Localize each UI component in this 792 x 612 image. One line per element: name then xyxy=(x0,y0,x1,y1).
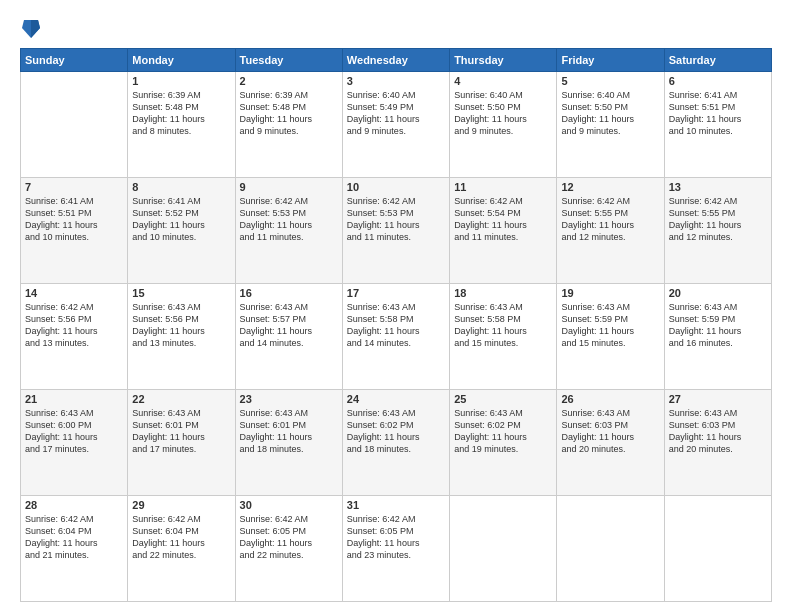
day-number: 20 xyxy=(669,287,767,299)
calendar-cell: 6Sunrise: 6:41 AM Sunset: 5:51 PM Daylig… xyxy=(664,72,771,178)
calendar-cell: 21Sunrise: 6:43 AM Sunset: 6:00 PM Dayli… xyxy=(21,390,128,496)
day-number: 18 xyxy=(454,287,552,299)
calendar-header-row: SundayMondayTuesdayWednesdayThursdayFrid… xyxy=(21,49,772,72)
day-info: Sunrise: 6:43 AM Sunset: 6:03 PM Dayligh… xyxy=(561,407,659,456)
calendar-cell: 26Sunrise: 6:43 AM Sunset: 6:03 PM Dayli… xyxy=(557,390,664,496)
calendar-cell: 15Sunrise: 6:43 AM Sunset: 5:56 PM Dayli… xyxy=(128,284,235,390)
day-number: 28 xyxy=(25,499,123,511)
calendar-table: SundayMondayTuesdayWednesdayThursdayFrid… xyxy=(20,48,772,602)
day-info: Sunrise: 6:42 AM Sunset: 5:53 PM Dayligh… xyxy=(347,195,445,244)
calendar-cell xyxy=(450,496,557,602)
calendar-header-sunday: Sunday xyxy=(21,49,128,72)
day-info: Sunrise: 6:42 AM Sunset: 6:04 PM Dayligh… xyxy=(132,513,230,562)
day-number: 4 xyxy=(454,75,552,87)
day-number: 22 xyxy=(132,393,230,405)
calendar-cell: 12Sunrise: 6:42 AM Sunset: 5:55 PM Dayli… xyxy=(557,178,664,284)
day-number: 3 xyxy=(347,75,445,87)
day-number: 23 xyxy=(240,393,338,405)
calendar-cell: 1Sunrise: 6:39 AM Sunset: 5:48 PM Daylig… xyxy=(128,72,235,178)
calendar-cell: 16Sunrise: 6:43 AM Sunset: 5:57 PM Dayli… xyxy=(235,284,342,390)
calendar-header-tuesday: Tuesday xyxy=(235,49,342,72)
calendar-cell: 7Sunrise: 6:41 AM Sunset: 5:51 PM Daylig… xyxy=(21,178,128,284)
calendar-week-row: 1Sunrise: 6:39 AM Sunset: 5:48 PM Daylig… xyxy=(21,72,772,178)
calendar-week-row: 14Sunrise: 6:42 AM Sunset: 5:56 PM Dayli… xyxy=(21,284,772,390)
calendar-cell: 25Sunrise: 6:43 AM Sunset: 6:02 PM Dayli… xyxy=(450,390,557,496)
day-number: 11 xyxy=(454,181,552,193)
day-info: Sunrise: 6:43 AM Sunset: 5:58 PM Dayligh… xyxy=(454,301,552,350)
day-number: 19 xyxy=(561,287,659,299)
day-info: Sunrise: 6:42 AM Sunset: 6:05 PM Dayligh… xyxy=(240,513,338,562)
calendar-cell: 10Sunrise: 6:42 AM Sunset: 5:53 PM Dayli… xyxy=(342,178,449,284)
svg-marker-1 xyxy=(31,20,40,38)
calendar-header-monday: Monday xyxy=(128,49,235,72)
day-info: Sunrise: 6:43 AM Sunset: 6:01 PM Dayligh… xyxy=(132,407,230,456)
calendar-cell: 27Sunrise: 6:43 AM Sunset: 6:03 PM Dayli… xyxy=(664,390,771,496)
calendar-cell: 2Sunrise: 6:39 AM Sunset: 5:48 PM Daylig… xyxy=(235,72,342,178)
day-info: Sunrise: 6:39 AM Sunset: 5:48 PM Dayligh… xyxy=(132,89,230,138)
day-number: 15 xyxy=(132,287,230,299)
page: SundayMondayTuesdayWednesdayThursdayFrid… xyxy=(0,0,792,612)
calendar-cell: 24Sunrise: 6:43 AM Sunset: 6:02 PM Dayli… xyxy=(342,390,449,496)
calendar-header-wednesday: Wednesday xyxy=(342,49,449,72)
day-number: 5 xyxy=(561,75,659,87)
calendar-week-row: 21Sunrise: 6:43 AM Sunset: 6:00 PM Dayli… xyxy=(21,390,772,496)
calendar-cell: 20Sunrise: 6:43 AM Sunset: 5:59 PM Dayli… xyxy=(664,284,771,390)
day-number: 7 xyxy=(25,181,123,193)
day-number: 30 xyxy=(240,499,338,511)
day-info: Sunrise: 6:40 AM Sunset: 5:50 PM Dayligh… xyxy=(561,89,659,138)
day-number: 24 xyxy=(347,393,445,405)
day-info: Sunrise: 6:40 AM Sunset: 5:50 PM Dayligh… xyxy=(454,89,552,138)
day-info: Sunrise: 6:43 AM Sunset: 6:01 PM Dayligh… xyxy=(240,407,338,456)
logo xyxy=(20,16,40,40)
day-number: 13 xyxy=(669,181,767,193)
calendar-cell: 14Sunrise: 6:42 AM Sunset: 5:56 PM Dayli… xyxy=(21,284,128,390)
calendar-cell: 4Sunrise: 6:40 AM Sunset: 5:50 PM Daylig… xyxy=(450,72,557,178)
calendar-cell: 29Sunrise: 6:42 AM Sunset: 6:04 PM Dayli… xyxy=(128,496,235,602)
calendar-cell: 13Sunrise: 6:42 AM Sunset: 5:55 PM Dayli… xyxy=(664,178,771,284)
calendar-header-thursday: Thursday xyxy=(450,49,557,72)
day-info: Sunrise: 6:43 AM Sunset: 5:58 PM Dayligh… xyxy=(347,301,445,350)
day-number: 27 xyxy=(669,393,767,405)
day-info: Sunrise: 6:41 AM Sunset: 5:51 PM Dayligh… xyxy=(25,195,123,244)
calendar-cell xyxy=(664,496,771,602)
day-number: 6 xyxy=(669,75,767,87)
day-info: Sunrise: 6:43 AM Sunset: 6:00 PM Dayligh… xyxy=(25,407,123,456)
day-number: 21 xyxy=(25,393,123,405)
day-info: Sunrise: 6:43 AM Sunset: 5:56 PM Dayligh… xyxy=(132,301,230,350)
day-info: Sunrise: 6:40 AM Sunset: 5:49 PM Dayligh… xyxy=(347,89,445,138)
day-number: 31 xyxy=(347,499,445,511)
day-number: 2 xyxy=(240,75,338,87)
calendar-cell: 9Sunrise: 6:42 AM Sunset: 5:53 PM Daylig… xyxy=(235,178,342,284)
calendar-cell: 30Sunrise: 6:42 AM Sunset: 6:05 PM Dayli… xyxy=(235,496,342,602)
day-info: Sunrise: 6:43 AM Sunset: 6:02 PM Dayligh… xyxy=(454,407,552,456)
day-info: Sunrise: 6:43 AM Sunset: 6:03 PM Dayligh… xyxy=(669,407,767,456)
day-info: Sunrise: 6:42 AM Sunset: 6:04 PM Dayligh… xyxy=(25,513,123,562)
day-number: 16 xyxy=(240,287,338,299)
day-number: 29 xyxy=(132,499,230,511)
day-info: Sunrise: 6:41 AM Sunset: 5:51 PM Dayligh… xyxy=(669,89,767,138)
day-number: 26 xyxy=(561,393,659,405)
day-number: 10 xyxy=(347,181,445,193)
calendar-cell: 3Sunrise: 6:40 AM Sunset: 5:49 PM Daylig… xyxy=(342,72,449,178)
day-info: Sunrise: 6:43 AM Sunset: 5:59 PM Dayligh… xyxy=(669,301,767,350)
day-number: 9 xyxy=(240,181,338,193)
calendar-cell: 11Sunrise: 6:42 AM Sunset: 5:54 PM Dayli… xyxy=(450,178,557,284)
day-number: 25 xyxy=(454,393,552,405)
calendar-cell xyxy=(557,496,664,602)
day-info: Sunrise: 6:43 AM Sunset: 6:02 PM Dayligh… xyxy=(347,407,445,456)
day-info: Sunrise: 6:42 AM Sunset: 5:53 PM Dayligh… xyxy=(240,195,338,244)
calendar-header-saturday: Saturday xyxy=(664,49,771,72)
calendar-cell: 22Sunrise: 6:43 AM Sunset: 6:01 PM Dayli… xyxy=(128,390,235,496)
day-number: 12 xyxy=(561,181,659,193)
calendar-cell: 8Sunrise: 6:41 AM Sunset: 5:52 PM Daylig… xyxy=(128,178,235,284)
day-info: Sunrise: 6:43 AM Sunset: 5:59 PM Dayligh… xyxy=(561,301,659,350)
calendar-cell: 23Sunrise: 6:43 AM Sunset: 6:01 PM Dayli… xyxy=(235,390,342,496)
header xyxy=(20,16,772,40)
calendar-cell: 19Sunrise: 6:43 AM Sunset: 5:59 PM Dayli… xyxy=(557,284,664,390)
logo-icon xyxy=(22,16,40,38)
calendar-cell: 5Sunrise: 6:40 AM Sunset: 5:50 PM Daylig… xyxy=(557,72,664,178)
day-info: Sunrise: 6:42 AM Sunset: 5:56 PM Dayligh… xyxy=(25,301,123,350)
day-number: 1 xyxy=(132,75,230,87)
calendar-cell xyxy=(21,72,128,178)
day-info: Sunrise: 6:41 AM Sunset: 5:52 PM Dayligh… xyxy=(132,195,230,244)
